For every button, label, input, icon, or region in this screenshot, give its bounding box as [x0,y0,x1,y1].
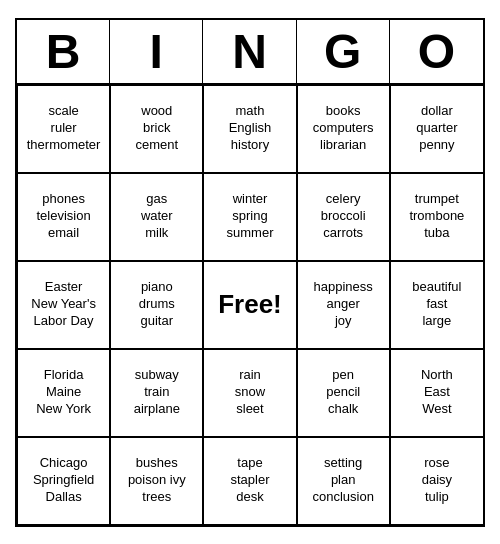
cell-10: Easter New Year's Labor Day [17,261,110,349]
bingo-grid: scale ruler thermometerwood brick cement… [17,85,483,525]
cell-20: Chicago Springfield Dallas [17,437,110,525]
cell-3: books computers librarian [297,85,390,173]
cell-7: winter spring summer [203,173,296,261]
cell-11: piano drums guitar [110,261,203,349]
cell-13: happiness anger joy [297,261,390,349]
header-letter-B: B [17,20,110,85]
header-letter-O: O [390,20,483,85]
cell-23: setting plan conclusion [297,437,390,525]
header-letter-G: G [297,20,390,85]
cell-14: beautiful fast large [390,261,483,349]
header-letter-N: N [203,20,296,85]
cell-1: wood brick cement [110,85,203,173]
cell-6: gas water milk [110,173,203,261]
cell-17: rain snow sleet [203,349,296,437]
cell-8: celery broccoli carrots [297,173,390,261]
free-cell: Free! [203,261,296,349]
cell-18: pen pencil chalk [297,349,390,437]
cell-5: phones television email [17,173,110,261]
bingo-card: BINGO scale ruler thermometerwood brick … [15,18,485,527]
cell-22: tape stapler desk [203,437,296,525]
header-letter-I: I [110,20,203,85]
cell-21: bushes poison ivy trees [110,437,203,525]
cell-9: trumpet trombone tuba [390,173,483,261]
cell-4: dollar quarter penny [390,85,483,173]
cell-2: math English history [203,85,296,173]
cell-19: North East West [390,349,483,437]
cell-0: scale ruler thermometer [17,85,110,173]
cell-16: subway train airplane [110,349,203,437]
cell-15: Florida Maine New York [17,349,110,437]
bingo-header: BINGO [17,20,483,85]
cell-24: rose daisy tulip [390,437,483,525]
